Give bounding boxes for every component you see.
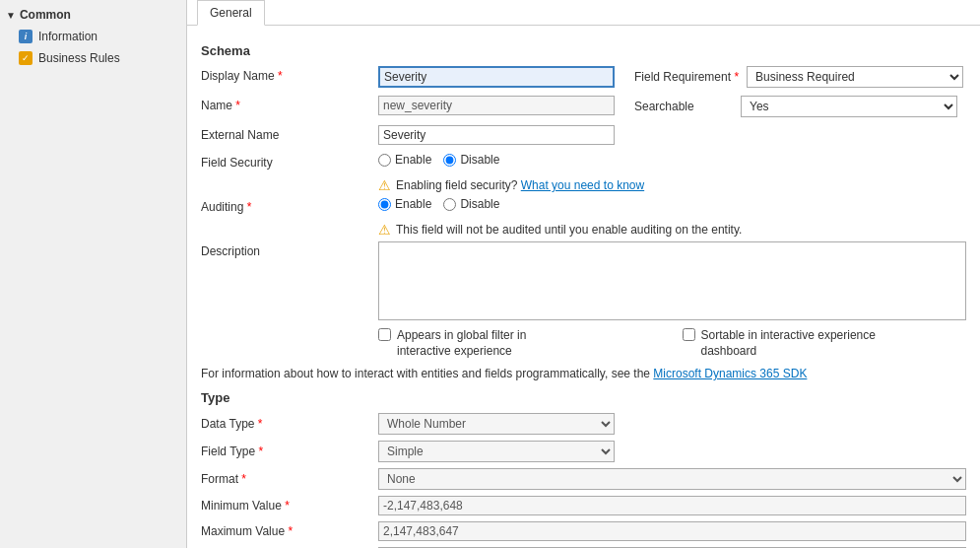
maximum-value-row: Maximum Value * <box>201 521 966 541</box>
form-area: Schema Display Name * Field Requirement … <box>187 26 980 548</box>
warning-icon: ⚠ <box>378 177 391 193</box>
auditing-row: Auditing * Enable Disable <box>201 197 966 214</box>
auditing-warning-icon: ⚠ <box>378 222 391 238</box>
sidebar-item-business-rules[interactable]: ✓ Business Rules <box>0 47 186 69</box>
field-security-radio-group: Enable Disable <box>378 153 499 167</box>
global-filter-checkbox[interactable] <box>378 328 391 341</box>
minimum-value-input[interactable] <box>378 496 966 515</box>
field-type-select[interactable]: Simple Calculated Rollup <box>378 441 615 462</box>
auditing-label: Auditing * <box>201 197 378 214</box>
display-name-input[interactable] <box>378 66 615 88</box>
description-label: Description <box>201 241 378 258</box>
minimum-value-row: Minimum Value * <box>201 496 966 515</box>
format-label: Format * <box>201 472 378 486</box>
external-name-label: External Name <box>201 125 378 142</box>
name-label: Name * <box>201 96 378 112</box>
field-type-label: Field Type * <box>201 445 378 458</box>
schema-section-title: Schema <box>201 43 966 58</box>
format-row: Format * None Duration Time Zone Languag… <box>201 468 966 490</box>
name-input[interactable] <box>378 96 615 115</box>
tab-strip: General <box>187 0 980 26</box>
field-security-enable-radio[interactable] <box>378 154 391 167</box>
sortable-label: Sortable in interactive experience dashb… <box>701 328 879 359</box>
sidebar-item-information-label: Information <box>38 30 98 43</box>
type-section: Type Data Type * Whole Number Field Type… <box>201 390 966 548</box>
data-type-select[interactable]: Whole Number <box>378 413 615 435</box>
sidebar: ▼ Common i Information ✓ Business Rules <box>0 0 187 548</box>
data-type-label: Data Type * <box>201 417 378 431</box>
display-name-row: Display Name * Field Requirement * Busin… <box>201 66 966 88</box>
searchable-select[interactable]: Yes No <box>741 96 957 117</box>
sidebar-group-label: Common <box>20 8 71 22</box>
maximum-value-label: Maximum Value * <box>201 524 378 538</box>
sidebar-item-business-rules-label: Business Rules <box>38 51 120 65</box>
field-type-row: Field Type * Simple Calculated Rollup <box>201 441 966 462</box>
global-filter-col: Appears in global filter in interactive … <box>378 328 663 359</box>
field-security-row: Field Security Enable Disable <box>201 153 966 170</box>
auditing-radio-group: Enable Disable <box>378 197 499 211</box>
info-icon: i <box>18 29 33 44</box>
auditing-enable-label[interactable]: Enable <box>378 197 431 211</box>
field-requirement-group: Field Requirement * Business Required Op… <box>634 66 963 88</box>
description-row: Description <box>201 241 966 320</box>
rules-icon: ✓ <box>18 50 33 66</box>
field-security-disable-radio[interactable] <box>443 154 456 167</box>
field-security-disable-label[interactable]: Disable <box>443 153 499 167</box>
searchable-group: Searchable Yes No <box>634 96 957 117</box>
sortable-checkbox[interactable] <box>683 328 695 341</box>
auditing-enable-radio[interactable] <box>378 198 391 211</box>
auditing-disable-radio[interactable] <box>443 198 456 211</box>
field-security-enable-label[interactable]: Enable <box>378 153 431 167</box>
field-security-link[interactable]: What you need to know <box>521 178 644 192</box>
data-type-row: Data Type * Whole Number <box>201 413 966 435</box>
external-name-input[interactable] <box>378 125 615 145</box>
auditing-disable-label[interactable]: Disable <box>443 197 499 211</box>
sidebar-group-arrow: ▼ <box>6 10 16 21</box>
searchable-label: Searchable <box>634 100 733 113</box>
display-name-label: Display Name * <box>201 66 378 83</box>
tab-general[interactable]: General <box>197 0 265 26</box>
minimum-value-label: Minimum Value * <box>201 499 378 513</box>
type-section-title: Type <box>201 390 966 405</box>
checkbox-row: Appears in global filter in interactive … <box>201 328 966 359</box>
main-content: General Schema Display Name * Field Requ… <box>187 0 980 548</box>
sdk-link[interactable]: Microsoft Dynamics 365 SDK <box>653 367 807 380</box>
sortable-col: Sortable in interactive experience dashb… <box>683 328 967 359</box>
sidebar-group-common[interactable]: ▼ Common <box>0 4 186 26</box>
field-security-warning-row: ⚠ Enabling field security? What you need… <box>378 177 966 193</box>
auditing-warning-row: ⚠ This field will not be audited until y… <box>378 222 966 238</box>
name-row: Name * Searchable Yes No <box>201 96 966 117</box>
external-name-row: External Name <box>201 125 966 145</box>
field-requirement-label: Field Requirement * <box>634 70 739 84</box>
maximum-value-input[interactable] <box>378 521 966 541</box>
sidebar-item-information[interactable]: i Information <box>0 26 186 47</box>
global-filter-label: Appears in global filter in interactive … <box>397 328 574 359</box>
format-select[interactable]: None Duration Time Zone Language <box>378 468 966 490</box>
field-security-label: Field Security <box>201 153 378 170</box>
description-textarea[interactable] <box>378 241 966 320</box>
sdk-info-row: For information about how to interact wi… <box>201 367 966 380</box>
field-requirement-select[interactable]: Business Required Optional Recommended <box>747 66 963 88</box>
